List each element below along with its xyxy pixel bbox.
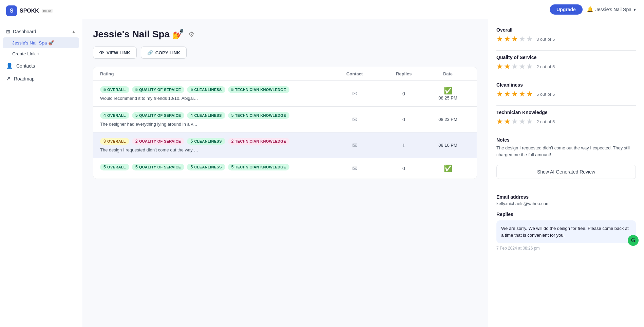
quality-stars: ★ ★ ★ ★ ★ [496,62,533,71]
logo-beta: BETA [42,9,53,13]
quality-stars-row: ★ ★ ★ ★ ★ 2 out of 5 [496,62,636,71]
copy-link-button[interactable]: 🔗 COPY LINK [141,47,187,59]
row-replies: 0 [382,117,426,122]
contacts-icon: 👤 [6,62,13,69]
tech-label: Technician Knowledge [496,110,636,115]
badge-cleanliness: 5 CLEANLINESS [187,138,225,145]
tech-rating: Technician Knowledge ★ ★ ★ ★ ★ 2 out of … [496,110,636,126]
sidebar-item-roadmap[interactable]: ↗ Roadmap [0,72,82,85]
mail-icon: ✉ [352,116,357,123]
tech-rating-text: 2 out of 5 [536,119,555,124]
cleanliness-stars-row: ★ ★ ★ ★ ★ 5 out of 5 [496,90,636,98]
grid-icon: ⊞ [6,29,10,34]
mail-icon: ✉ [352,90,357,97]
badges-row: 5 OVERALL 5 QUALITY OF SERVICE 5 CLEANLI… [100,164,327,170]
table-row[interactable]: 4 OVERALL 5 QUALITY OF SERVICE 4 CLEANLI… [93,107,477,132]
upgrade-button[interactable]: Upgrade [550,4,583,15]
divider [496,190,636,190]
cleanliness-rating: Cleanliness ★ ★ ★ ★ ★ 5 out of 5 [496,82,636,98]
star-1: ★ [496,90,503,98]
badge-overall: 5 OVERALL [100,86,129,93]
tech-stars-row: ★ ★ ★ ★ ★ 2 out of 5 [496,117,636,126]
check-icon: ✅ [444,164,452,172]
cleanliness-rating-text: 5 out of 5 [536,92,555,97]
badge-tech: 5 TECHNICIAN KNOWLEDGE [228,164,289,170]
quality-label: Quality of Service [496,55,636,60]
star-5: ★ [526,117,533,126]
star-4: ★ [519,117,526,126]
logo: S SPOKK BETA [0,0,82,22]
divider [496,133,636,133]
ai-generated-review-button[interactable]: Show AI Generated Review [496,165,636,179]
chevron-down-icon: ▾ [633,7,636,12]
content-area: Jessie's Nail Spa 💅 ⚙ 👁 VIEW LINK 🔗 COPY… [82,19,644,327]
row-contact: ✉ [327,116,382,123]
replies-label: Replies [496,212,636,217]
divider [496,78,636,78]
reply-date: 7 Feb 2024 at 08:26 pm [496,246,636,251]
view-link-button[interactable]: 👁 VIEW LINK [93,47,137,59]
row-date: 08:10 PM [426,143,470,148]
badge-qos: 5 QUALITY OF SERVICE [132,112,185,119]
table-header: Rating Contact Replies Date [93,67,477,81]
badge-tech: 5 TECHNICIAN KNOWLEDGE [228,112,289,119]
star-3: ★ [511,90,518,98]
sidebar-create-link[interactable]: Create Link + [3,49,79,59]
logo-name: SPOKK [20,8,39,14]
notes-text: The design I requested didn't come out t… [496,145,636,158]
chevron-up-icon: ▲ [72,29,76,34]
overall-label: Overall [496,27,636,33]
overall-rating: Overall ★ ★ ★ ★ ★ 3 out of 5 [496,27,636,43]
table-row[interactable]: 5 OVERALL 5 QUALITY OF SERVICE 5 CLEANLI… [93,81,477,107]
star-2: ★ [504,90,511,98]
star-4: ★ [519,62,526,71]
reply-avatar: G [628,235,639,246]
page-title: Jessie's Nail Spa 💅 [93,29,184,40]
reviews-table: Rating Contact Replies Date 5 OVERALL 5 … [93,67,477,179]
topbar-actions: Upgrade 🔔 Jessie's Nail Spa ▾ [550,4,636,15]
star-2: ★ [504,35,511,43]
create-link-label: Create Link + [12,51,40,56]
table-row[interactable]: 3 OVERALL 2 QUALITY OF SERVICE 5 CLEANLI… [93,132,477,158]
row-replies: 0 [382,91,426,96]
star-3: ★ [511,62,518,71]
email-value: kelly.michaels@yahoo.com [496,201,636,206]
logo-icon: S [6,5,17,16]
contacts-label: Contacts [16,63,35,69]
business-name: Jessie's Nail Spa [595,7,631,12]
divider [496,50,636,51]
topbar: Upgrade 🔔 Jessie's Nail Spa ▾ [82,0,644,19]
gear-icon[interactable]: ⚙ [188,30,194,38]
col-rating: Rating [100,71,327,76]
page-header: Jessie's Nail Spa 💅 ⚙ [93,29,477,40]
replies-section: Replies We are sorry. We will do the des… [496,212,636,251]
star-5: ★ [526,62,533,71]
col-date: Date [426,71,470,76]
mail-icon: ✉ [352,165,357,172]
badge-qos: 2 QUALITY OF SERVICE [132,138,185,145]
badge-overall: 5 OVERALL [100,164,129,170]
row-replies: 0 [382,166,426,171]
row-rating: 5 OVERALL 5 QUALITY OF SERVICE 5 CLEANLI… [100,164,327,173]
table-row[interactable]: 5 OVERALL 5 QUALITY OF SERVICE 5 CLEANLI… [93,158,477,179]
badge-overall: 3 OVERALL [100,138,129,145]
roadmap-icon: ↗ [6,75,11,82]
sidebar-item-contacts[interactable]: 👤 Contacts [0,59,82,72]
sidebar-section-dashboard[interactable]: ⊞ Dashboard ▲ [0,26,82,37]
star-4: ★ [519,35,526,43]
mail-icon: ✉ [352,142,357,149]
badge-tech: 5 TECHNICIAN KNOWLEDGE [228,86,289,93]
divider [496,105,636,106]
business-selector[interactable]: 🔔 Jessie's Nail Spa ▾ [587,6,636,13]
col-replies: Replies [382,71,426,76]
badge-tech: 2 TECHNICIAN KNOWLEDGE [228,138,289,145]
row-text: The design I requested didn't come out t… [100,147,327,152]
main-area: Upgrade 🔔 Jessie's Nail Spa ▾ Jessie's N… [82,0,644,327]
badge-cleanliness: 5 CLEANLINESS [187,86,225,93]
row-contact: ✉ [327,165,382,172]
badges-row: 4 OVERALL 5 QUALITY OF SERVICE 4 CLEANLI… [100,112,327,119]
notes-label: Notes [496,137,636,143]
sidebar-item-nailspa[interactable]: Jessie's Nail Spa 🚀 [3,37,79,48]
overall-stars: ★ ★ ★ ★ ★ [496,35,533,43]
cleanliness-stars: ★ ★ ★ ★ ★ [496,90,533,98]
